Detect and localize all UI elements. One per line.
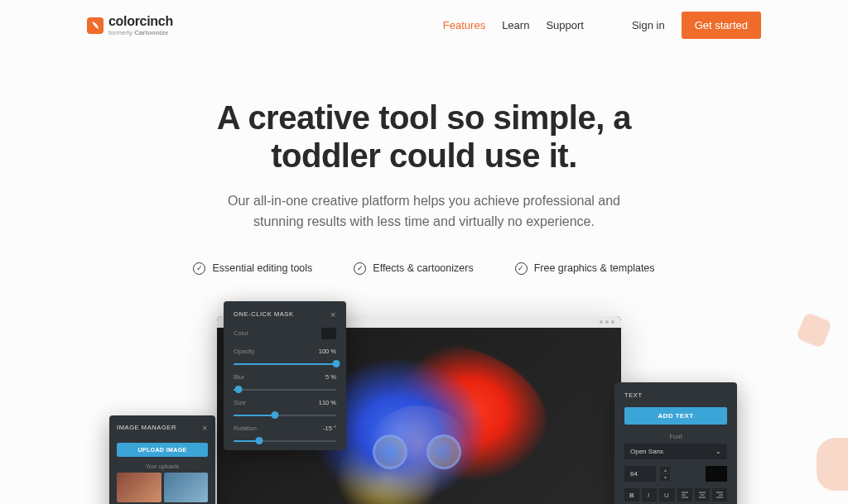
image-manager-panel: IMAGE MANAGER× UPLOAD IMAGE Your uploads (109, 415, 215, 504)
bold-button[interactable]: B (624, 488, 639, 502)
decorative-blob (796, 311, 832, 348)
check-icon (515, 262, 528, 275)
feature-effects: Effects & cartoonizers (354, 262, 473, 275)
chevron-down-icon: ▾ (660, 474, 670, 481)
blur-label: Blur (234, 373, 244, 381)
brand-name: colorcinch (108, 14, 173, 29)
align-right-button[interactable] (712, 488, 727, 502)
check-icon (193, 262, 205, 275)
image-thumb[interactable] (117, 473, 161, 502)
underline-button[interactable]: U (659, 488, 674, 502)
svg-text:U: U (664, 492, 669, 498)
nav-learn[interactable]: Learn (502, 19, 529, 31)
feature-list: Essential editing tools Effects & cartoo… (17, 262, 831, 275)
close-icon[interactable]: × (330, 310, 336, 319)
image-thumbnails (117, 473, 208, 504)
feature-graphics: Free graphics & templates (515, 262, 655, 275)
add-text-button[interactable]: ADD TEXT (624, 407, 727, 425)
check-icon (354, 262, 366, 275)
opacity-value: 100 % (319, 348, 336, 355)
text-panel-title: TEXT (624, 391, 643, 399)
font-select[interactable]: Open Sans⌄ (624, 444, 727, 459)
color-swatch[interactable] (321, 328, 336, 339)
chevron-up-icon: ▴ (660, 467, 670, 473)
hero-title: A creative tool so simple, a toddler cou… (17, 98, 831, 175)
blur-value: 5 % (325, 373, 336, 381)
rotation-label: Rotation (234, 425, 257, 432)
align-center-button[interactable] (695, 488, 710, 502)
get-started-button[interactable]: Get started (682, 12, 761, 39)
text-color-swatch[interactable] (706, 466, 727, 482)
size-label: Size (234, 399, 246, 406)
nav-features[interactable]: Features (443, 19, 485, 31)
nav-support[interactable]: Support (546, 19, 584, 31)
rotation-slider[interactable] (234, 440, 336, 442)
site-header: colorcinch formerly Cartoonize Features … (0, 0, 848, 50)
font-size-input[interactable] (624, 466, 656, 482)
opacity-label: Opacity (234, 348, 254, 355)
hero-subtitle: Our all-in-one creative platform helps y… (17, 191, 831, 233)
close-icon[interactable]: × (202, 423, 208, 433)
font-label: Font (624, 433, 727, 440)
rotation-value: -15 ° (323, 425, 336, 432)
image-panel-title: IMAGE MANAGER (117, 424, 176, 431)
mask-panel-title: ONE-CLICK MASK (234, 310, 294, 318)
hero-section: A creative tool so simple, a toddler cou… (0, 50, 848, 504)
text-panel: TEXT ADD TEXT Font Open Sans⌄ ▴▾ B I U L… (614, 382, 737, 504)
blur-slider[interactable] (234, 389, 336, 391)
italic-button[interactable]: I (642, 488, 657, 502)
color-label: Color (234, 329, 248, 337)
opacity-slider[interactable] (234, 363, 336, 365)
svg-text:I: I (648, 492, 650, 498)
nav-signin[interactable]: Sign in (632, 19, 665, 31)
uploads-section-label: Your uploads (117, 463, 208, 469)
align-left-button[interactable] (677, 488, 692, 502)
main-nav: Features Learn Support Sign in Get start… (443, 12, 761, 39)
font-size-stepper[interactable]: ▴▾ (660, 467, 670, 481)
mask-panel: ONE-CLICK MASK× Color Opacity100 % Blur5… (224, 301, 346, 450)
logo-icon (87, 17, 104, 34)
upload-image-button[interactable]: UPLOAD IMAGE (117, 443, 208, 457)
svg-text:B: B (629, 492, 634, 498)
decorative-blob (817, 438, 848, 491)
size-slider[interactable] (234, 415, 336, 416)
brand-tagline: formerly Cartoonize (108, 29, 173, 36)
chevron-down-icon: ⌄ (716, 448, 721, 455)
logo[interactable]: colorcinch formerly Cartoonize (87, 14, 173, 36)
size-value: 110 % (319, 399, 336, 406)
product-mockup: ONE-CLICK MASK× Color Opacity100 % Blur5… (126, 310, 722, 504)
image-thumb[interactable] (164, 473, 209, 502)
feature-editing: Essential editing tools (193, 262, 312, 275)
